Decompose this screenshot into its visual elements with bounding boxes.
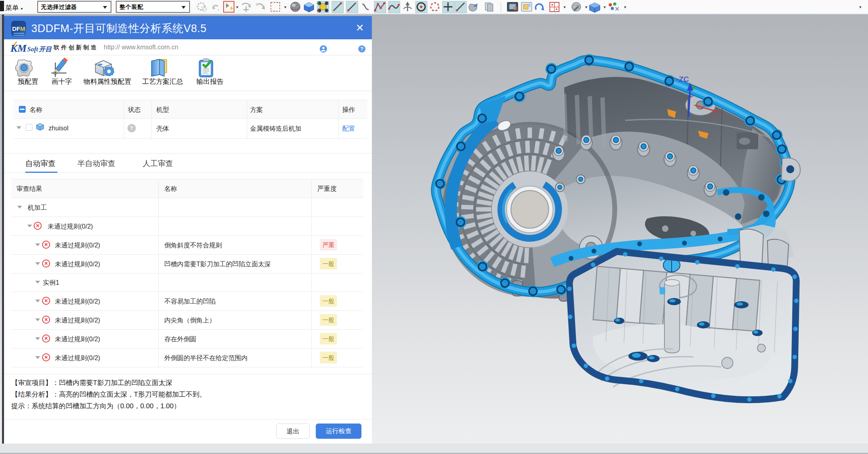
svg-text:ZC: ZC	[679, 75, 689, 83]
svg-text:Soft: Soft	[27, 46, 38, 53]
svg-text:KM: KM	[10, 43, 27, 54]
svg-text:X: X	[711, 113, 715, 120]
svg-text:开目: 开目	[38, 46, 52, 53]
